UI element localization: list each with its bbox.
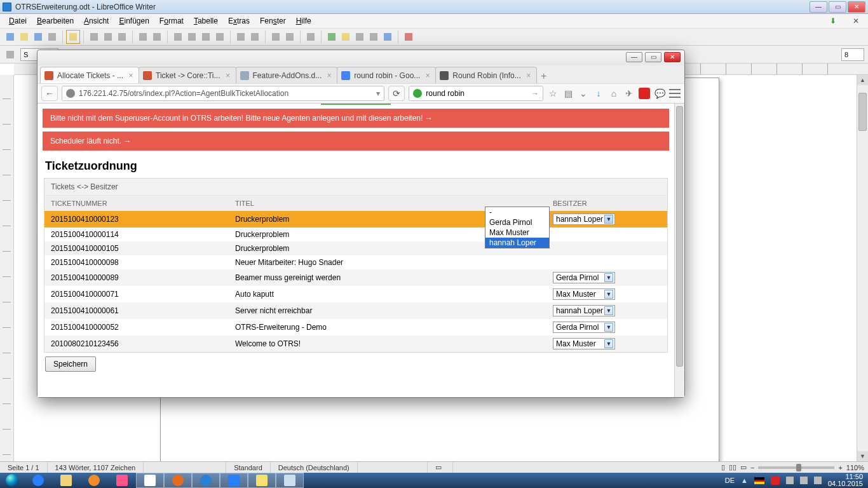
dropdown-arrow-icon[interactable]: ▼ [604, 273, 613, 282]
browser-tab[interactable]: Round Robin (Info...× [435, 67, 536, 83]
tb-navigator-icon[interactable] [325, 30, 338, 43]
menu-file[interactable]: Datei [4, 15, 32, 27]
table-row[interactable]: 2015100410000105Druckerproblem [44, 241, 667, 255]
status-style[interactable]: Standard [226, 462, 271, 473]
ff-scroll-thumb[interactable] [676, 106, 683, 367]
tb-hyperlink-icon[interactable] [269, 30, 282, 43]
lo-vertical-scrollbar[interactable]: ▲ ▼ [857, 75, 868, 461]
scroll-down-icon[interactable]: ▼ [857, 451, 868, 461]
otrs-alert-scheduler[interactable]: Scheduler läuft nicht. → [43, 132, 669, 151]
dropdown-arrow-icon[interactable]: ▼ [604, 290, 613, 299]
tb-export-pdf-icon[interactable] [88, 30, 100, 43]
tb-redo-icon[interactable] [248, 30, 261, 43]
tb-spellcheck-icon[interactable] [137, 30, 149, 43]
search-bar[interactable]: round robin → [409, 86, 543, 101]
style-field-right[interactable] [841, 48, 864, 61]
dropdown-arrow-icon[interactable]: ▼ [604, 323, 613, 332]
tb-gallery-icon[interactable] [339, 30, 352, 43]
chat-icon[interactable]: 💬 [654, 88, 665, 99]
tb-edit-icon[interactable] [67, 30, 79, 43]
tab-close-icon[interactable]: × [224, 72, 232, 79]
table-row[interactable]: 2010080210123456Welcome to OTRS!Max Must… [44, 336, 667, 352]
taskbar-notes[interactable] [248, 473, 276, 488]
tb-new-icon[interactable] [4, 30, 17, 43]
os-close-button[interactable]: ✕ [848, 1, 865, 13]
taskbar-firefox[interactable] [164, 473, 192, 488]
save-button[interactable]: Speichern [45, 356, 96, 372]
ff-minimize-button[interactable]: — [626, 52, 642, 62]
owner-select[interactable]: Gerda Pirnol▼ [553, 272, 615, 283]
owner-select[interactable]: Max Muster▼ [553, 338, 615, 349]
tb-save-icon[interactable] [32, 30, 44, 43]
view-book-icon[interactable]: ▭ [740, 463, 747, 471]
menu-help[interactable]: Hilfe [291, 15, 316, 27]
tb-cut-icon[interactable] [172, 30, 184, 43]
tb-open-icon[interactable] [18, 30, 31, 43]
dropdown-option[interactable]: - [485, 207, 549, 217]
dropdown-option[interactable]: hannah Loper [485, 238, 549, 248]
ff-vertical-scrollbar[interactable] [674, 104, 684, 397]
tb-email-icon[interactable] [46, 30, 58, 43]
view-single-icon[interactable]: ▯ [721, 463, 725, 471]
menu-format[interactable]: Format [154, 15, 189, 27]
systray-flag-icon[interactable] [754, 477, 764, 484]
search-go-icon[interactable]: → [531, 89, 539, 98]
systray-clock[interactable]: 11:50 04.10.2015 [828, 473, 863, 487]
otrs-alert-superuser[interactable]: Bitte nicht mit dem Superuser-Account in… [43, 109, 669, 128]
tb-styles-icon[interactable] [304, 30, 317, 43]
nav-back-button[interactable]: ← [41, 86, 58, 101]
address-bar[interactable]: 176.221.42.75/otrs/index.pl?Action=Agent… [62, 86, 384, 101]
systray-avira-icon[interactable] [771, 476, 780, 485]
menu-window[interactable]: Fenster [255, 15, 291, 27]
col-owner[interactable]: Besitzer [546, 196, 667, 211]
dropdown-arrow-icon[interactable]: ▼ [604, 215, 613, 224]
dropdown-option[interactable]: Gerda Pirnol [485, 217, 549, 227]
systray-network-icon[interactable] [786, 477, 794, 484]
browser-tab[interactable]: Feature-AddOns.d...× [236, 67, 338, 83]
tb-paragraph-icon[interactable] [381, 30, 394, 43]
tb-format-paint-icon[interactable] [214, 30, 226, 43]
avira-icon[interactable] [639, 88, 650, 99]
ff-close-button[interactable]: ✕ [664, 52, 681, 62]
tab-close-icon[interactable]: × [127, 72, 135, 79]
tb-preview-icon[interactable] [116, 30, 128, 43]
menu-table[interactable]: Tabelle [189, 15, 223, 27]
tb-datasource-icon[interactable] [353, 30, 366, 43]
taskbar-thunderbird[interactable] [192, 473, 220, 488]
zoom-out-icon[interactable]: − [750, 464, 754, 471]
taskbar-paint[interactable] [276, 473, 304, 488]
menu-insert[interactable]: Einfügen [114, 15, 154, 27]
reader-icon[interactable]: ▤ [562, 88, 574, 99]
start-button[interactable] [0, 473, 24, 488]
browser-tab[interactable]: Ticket -> Core::Ti...× [139, 67, 236, 83]
tb-copy-icon[interactable] [186, 30, 198, 43]
table-row[interactable]: 2015100410000114Druckerproblem [44, 227, 667, 241]
taskbar-ie[interactable] [24, 473, 52, 488]
status-view-icon[interactable]: ▭ [428, 462, 453, 473]
zoom-in-icon[interactable]: + [838, 464, 842, 471]
table-row[interactable]: 2015100410000071Auto kaputtMax Muster▼ [44, 286, 667, 302]
systray-action-icon[interactable] [814, 477, 822, 484]
zoom-value[interactable]: 110% [846, 464, 864, 471]
owner-select[interactable]: hannah Loper▼ [553, 305, 615, 316]
status-lang[interactable]: Deutsch (Deutschland) [271, 462, 358, 473]
view-multi-icon[interactable]: ▯▯ [729, 463, 736, 471]
tb-styles2-icon[interactable] [4, 48, 17, 61]
nav-reload-button[interactable]: ⟳ [388, 86, 405, 101]
scroll-up-icon[interactable]: ▲ [857, 75, 868, 85]
tb-help-icon[interactable] [402, 30, 415, 43]
taskbar-app1[interactable] [108, 473, 136, 488]
menu-edit[interactable]: Bearbeiten [32, 15, 79, 27]
os-maximize-button[interactable]: ▭ [829, 1, 846, 13]
table-row[interactable]: 2015100410000061Server nicht erreichbarh… [44, 302, 667, 319]
owner-select[interactable]: hannah Loper▼ [553, 214, 615, 225]
dropdown-option[interactable]: Max Muster [485, 227, 549, 238]
menu-close-doc-button[interactable]: ✕ [848, 15, 864, 27]
tb-nonprint-icon[interactable] [367, 30, 380, 43]
home-icon[interactable]: ⌂ [608, 88, 620, 99]
tab-close-icon[interactable]: × [525, 72, 532, 79]
tb-table-icon[interactable] [283, 30, 296, 43]
ff-maximize-button[interactable]: ▭ [645, 52, 661, 62]
url-dropdown-icon[interactable]: ▾ [376, 89, 380, 98]
systray-volume-icon[interactable] [800, 477, 808, 484]
